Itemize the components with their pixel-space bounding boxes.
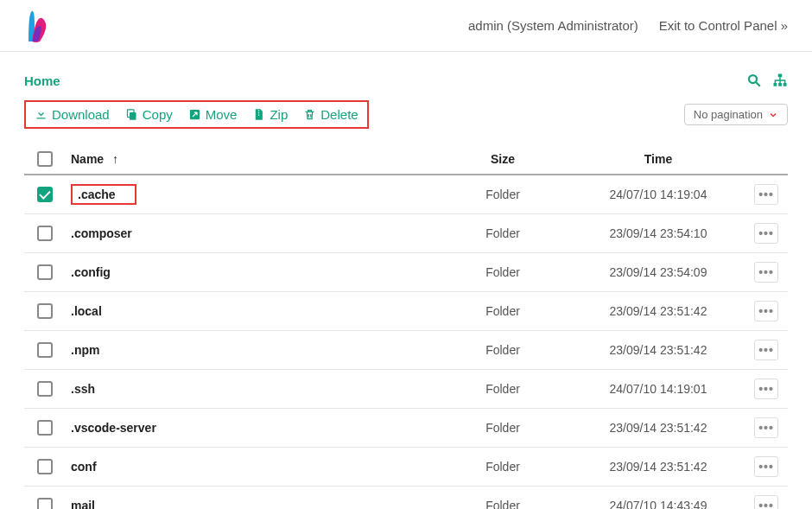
file-time: 24/07/10 14:19:04 (572, 188, 745, 201)
row-checkbox[interactable] (37, 187, 53, 202)
col-header-size[interactable]: Size (434, 152, 572, 166)
col-header-name[interactable]: Name ↑ (66, 152, 434, 166)
zip-icon (252, 108, 265, 121)
file-name[interactable]: conf (71, 460, 97, 474)
table-row: .localFolder23/09/14 23:51:42••• (24, 292, 788, 331)
row-checkbox[interactable] (37, 226, 53, 241)
row-checkbox[interactable] (37, 303, 53, 319)
file-name[interactable]: .ssh (71, 382, 95, 396)
file-name[interactable]: .cache (71, 184, 136, 205)
table-header: Name ↑ Size Time (24, 144, 788, 175)
row-actions-button[interactable]: ••• (754, 456, 778, 477)
delete-button[interactable]: Delete (303, 107, 358, 122)
svg-line-1 (756, 82, 760, 86)
file-time: 23/09/14 23:51:42 (572, 460, 745, 474)
logo (24, 9, 50, 43)
file-size: Folder (434, 304, 572, 318)
zip-button[interactable]: Zip (252, 107, 288, 122)
trash-icon (303, 108, 316, 121)
chevron-down-icon (768, 110, 778, 120)
sitemap-icon[interactable] (772, 73, 788, 88)
file-time: 23/09/14 23:54:09 (572, 265, 745, 279)
download-icon (35, 108, 48, 121)
select-all-checkbox[interactable] (37, 151, 53, 167)
topbar: admin (System Administrator) Exit to Con… (0, 0, 812, 52)
exit-link[interactable]: Exit to Control Panel » (659, 18, 788, 33)
table-row: .sshFolder24/07/10 14:19:01••• (24, 370, 788, 409)
table-row: confFolder23/09/14 23:51:42••• (24, 448, 788, 487)
row-checkbox[interactable] (37, 420, 53, 436)
file-size: Folder (434, 499, 572, 509)
file-time: 24/07/10 14:43:49 (572, 499, 745, 509)
row-checkbox[interactable] (37, 381, 53, 397)
table-row: .composerFolder23/09/14 23:54:10••• (24, 214, 788, 253)
download-button[interactable]: Download (35, 107, 110, 122)
svg-rect-3 (774, 83, 777, 86)
search-icon[interactable] (746, 73, 762, 88)
row-actions-button[interactable]: ••• (754, 301, 778, 321)
files-table: Name ↑ Size Time .cacheFolder24/07/10 14… (24, 144, 788, 509)
breadcrumb-home[interactable]: Home (24, 73, 60, 88)
table-row: .configFolder23/09/14 23:54:09••• (24, 253, 788, 292)
row-actions-button[interactable]: ••• (754, 184, 778, 205)
svg-rect-4 (778, 83, 782, 86)
file-name[interactable]: .config (71, 265, 111, 279)
file-size: Folder (434, 382, 572, 396)
table-row: mailFolder24/07/10 14:43:49••• (24, 487, 788, 509)
table-row: .npmFolder23/09/14 23:51:42••• (24, 331, 788, 370)
row-actions-button[interactable]: ••• (754, 495, 778, 509)
file-time: 23/09/14 23:51:42 (572, 304, 745, 318)
user-label: admin (System Administrator) (468, 18, 638, 33)
file-name[interactable]: .local (71, 304, 102, 318)
row-actions-button[interactable]: ••• (754, 417, 778, 438)
file-time: 24/07/10 14:19:01 (572, 382, 745, 396)
file-name[interactable]: .vscode-server (71, 421, 156, 435)
row-checkbox[interactable] (37, 342, 53, 358)
file-size: Folder (434, 226, 572, 240)
sort-asc-icon: ↑ (112, 152, 118, 166)
svg-rect-6 (130, 112, 136, 120)
table-row: .cacheFolder24/07/10 14:19:04••• (24, 175, 788, 214)
row-actions-button[interactable]: ••• (754, 379, 778, 399)
table-row: .vscode-serverFolder23/09/14 23:51:42••• (24, 409, 788, 448)
svg-point-0 (749, 75, 757, 83)
row-actions-button[interactable]: ••• (754, 262, 778, 283)
col-header-time[interactable]: Time (572, 152, 745, 166)
pagination-select[interactable]: No pagination (684, 104, 788, 125)
file-actions-toolbar: Download Copy Move Zip Delete (24, 100, 369, 129)
row-actions-button[interactable]: ••• (754, 223, 778, 244)
file-name[interactable]: .composer (71, 226, 132, 240)
file-size: Folder (434, 421, 572, 435)
move-button[interactable]: Move (188, 107, 238, 122)
row-checkbox[interactable] (37, 459, 53, 474)
file-size: Folder (434, 343, 572, 357)
row-actions-button[interactable]: ••• (754, 340, 778, 360)
file-size: Folder (434, 265, 572, 279)
svg-rect-2 (778, 74, 783, 78)
row-checkbox[interactable] (37, 264, 53, 280)
copy-button[interactable]: Copy (125, 107, 173, 122)
file-size: Folder (434, 460, 572, 474)
copy-icon (125, 108, 138, 121)
row-checkbox[interactable] (37, 498, 53, 509)
svg-rect-5 (783, 83, 787, 86)
file-name[interactable]: mail (71, 499, 95, 509)
move-icon (188, 108, 201, 121)
file-time: 23/09/14 23:51:42 (572, 421, 745, 435)
file-time: 23/09/14 23:54:10 (572, 226, 745, 240)
file-size: Folder (434, 188, 572, 201)
file-name[interactable]: .npm (71, 343, 99, 357)
file-time: 23/09/14 23:51:42 (572, 343, 745, 357)
